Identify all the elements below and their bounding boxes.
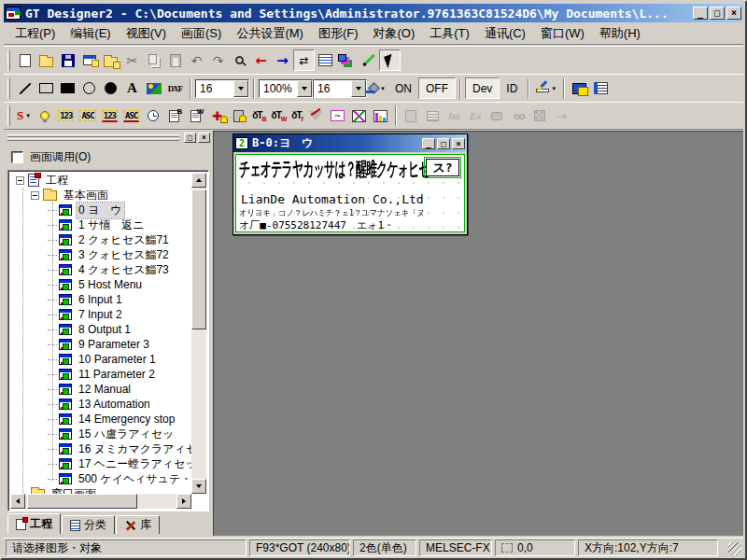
circle-tool-button[interactable] bbox=[78, 77, 100, 99]
alarm-history-button[interactable]: ✚ bbox=[206, 105, 228, 127]
menu-item-window[interactable]: 窗口(W) bbox=[533, 23, 592, 44]
new-screen-button[interactable] bbox=[78, 49, 100, 71]
lamp-off-button[interactable]: OFF bbox=[418, 77, 456, 99]
scroll-up-button[interactable] bbox=[191, 173, 206, 188]
menu-item-communication[interactable]: 通讯(C) bbox=[477, 23, 533, 44]
tree-item[interactable]: 12 Manual bbox=[10, 382, 191, 397]
screen-minimize-button[interactable]: _ bbox=[422, 138, 435, 149]
tree-node-project[interactable]: 工程 bbox=[10, 173, 191, 188]
snap-dropdown-button[interactable] bbox=[351, 80, 366, 97]
screen-call-checkbox[interactable] bbox=[11, 151, 23, 163]
tree-item[interactable]: 13 Automation bbox=[10, 397, 191, 412]
menu-item-view[interactable]: 视图(V) bbox=[119, 23, 174, 44]
tree-item[interactable]: 10 Parameter 1 bbox=[10, 352, 191, 367]
resize-grip[interactable] bbox=[728, 542, 741, 555]
line-color-button[interactable]: ▼ bbox=[533, 77, 559, 99]
menu-item-common-settings[interactable]: 公共设置(M) bbox=[229, 23, 311, 44]
data-view-button[interactable] bbox=[590, 77, 612, 99]
tree-item[interactable]: 4 クォヒセス鯔73 bbox=[10, 262, 191, 277]
open-button[interactable] bbox=[35, 49, 57, 71]
screen-maximize-button[interactable]: □ bbox=[437, 138, 450, 149]
open-screen-button[interactable] bbox=[100, 49, 121, 71]
minimize-button[interactable]: _ bbox=[693, 7, 708, 20]
tree-item[interactable]: 15 ハ盧ラアィセッ bbox=[10, 427, 191, 441]
ascii-display-button[interactable]: ASC bbox=[77, 105, 98, 127]
lamp-on-button[interactable]: ON bbox=[388, 77, 418, 99]
tree-item[interactable]: 8 Output 1 bbox=[10, 322, 191, 337]
menu-item-screen[interactable]: 画面(S) bbox=[174, 23, 229, 44]
font-size-combo[interactable]: 16 bbox=[195, 79, 249, 98]
menu-item-tools[interactable]: 工具(T) bbox=[422, 23, 477, 44]
screen-close-button[interactable]: × bbox=[452, 138, 465, 149]
menu-item-object[interactable]: 对象(O) bbox=[365, 23, 422, 44]
panel-drag-handle[interactable] bbox=[7, 133, 179, 142]
tree-node-window-screens[interactable]: 窗口画面 bbox=[10, 486, 191, 494]
maximize-button[interactable]: □ bbox=[710, 7, 725, 20]
menu-item-help[interactable]: 帮助(H) bbox=[592, 23, 648, 44]
close-button[interactable]: × bbox=[726, 7, 741, 20]
copy-button[interactable] bbox=[143, 49, 164, 71]
text-tool-button[interactable]: A bbox=[121, 77, 143, 99]
rect-tool-button[interactable] bbox=[35, 77, 57, 99]
font-size-dropdown-button[interactable] bbox=[233, 80, 248, 97]
library-list-button[interactable] bbox=[422, 105, 444, 127]
parts-display-button[interactable] bbox=[305, 105, 327, 127]
got-screen-area[interactable]: チェオテラヤカッサは？醒雎クケォヒセ ス? LianDe Automation … bbox=[235, 154, 465, 232]
undo-button[interactable]: ↶ bbox=[186, 49, 207, 71]
touchkey-word-button[interactable]: ŏTW bbox=[269, 105, 289, 127]
prev-screen-button[interactable]: ← bbox=[250, 49, 272, 71]
zoom-combo[interactable]: 100% bbox=[259, 79, 313, 98]
tree-item[interactable]: 5 Host Menu bbox=[10, 277, 191, 292]
scroll-right-button[interactable] bbox=[176, 494, 191, 509]
screen-window-titlebar[interactable]: 2 B-0:ヨ ウ _ □ × bbox=[233, 134, 467, 152]
tree-item[interactable]: 500 ケイヘィサュテ・ bbox=[10, 471, 191, 486]
numeric-display-button[interactable]: 123 bbox=[55, 105, 77, 127]
tree-item[interactable]: 3 クォヒセス鯔72 bbox=[10, 247, 191, 262]
select-button[interactable] bbox=[379, 49, 401, 71]
toolbar-gripper[interactable] bbox=[7, 50, 10, 71]
library-export-button[interactable]: Ex bbox=[465, 105, 486, 127]
collapse-icon[interactable] bbox=[16, 176, 24, 185]
zoom-dropdown-button[interactable] bbox=[297, 80, 312, 97]
vertical-scrollbar[interactable] bbox=[191, 173, 206, 494]
paste-button[interactable] bbox=[164, 49, 186, 71]
tree-item[interactable]: 2 クォヒセス鯔71 bbox=[10, 232, 191, 247]
touch-key-object[interactable]: ス? bbox=[426, 159, 459, 176]
tree-item[interactable]: 6 Input 1 bbox=[10, 292, 191, 307]
menu-item-edit[interactable]: 编辑(E) bbox=[63, 23, 118, 44]
bar-graph-button[interactable] bbox=[370, 105, 391, 127]
tree-item[interactable]: 9 Parameter 3 bbox=[10, 337, 191, 352]
clock-display-button[interactable] bbox=[142, 105, 163, 127]
line-graph-button[interactable] bbox=[348, 105, 370, 127]
window-preview-button[interactable] bbox=[569, 77, 590, 99]
new-button[interactable] bbox=[14, 49, 35, 71]
tree-item[interactable]: 16 ヌミカマクラアィセッ bbox=[10, 441, 191, 456]
parts-move-button[interactable]: ~ bbox=[327, 105, 348, 127]
screen-image-list-button[interactable] bbox=[336, 49, 358, 71]
redo-button[interactable]: ↷ bbox=[207, 49, 229, 71]
filled-circle-tool-button[interactable] bbox=[100, 77, 121, 99]
scroll-left-button[interactable] bbox=[10, 494, 25, 509]
horizontal-scroll-thumb[interactable] bbox=[27, 494, 137, 509]
image-tool-button[interactable] bbox=[143, 77, 164, 99]
library-forward-button[interactable]: → bbox=[551, 105, 572, 127]
tab-category[interactable]: 分类 bbox=[62, 515, 115, 534]
edit-vertex-button[interactable] bbox=[358, 49, 379, 71]
comment-word-button[interactable]: W bbox=[185, 105, 206, 127]
menu-item-figure[interactable]: 图形(F) bbox=[311, 23, 366, 44]
snap-combo[interactable]: 16 bbox=[313, 79, 367, 98]
edit-canvas[interactable]: 2 B-0:ヨ ウ _ □ × チェオテラヤカッサは？醒雎クケォヒセ ス? Li… bbox=[213, 131, 743, 536]
collapse-icon[interactable] bbox=[31, 191, 39, 200]
tree-item[interactable]: 14 Emergency stop bbox=[10, 412, 191, 427]
tab-project[interactable]: 工程 bbox=[7, 513, 61, 534]
lamp-object-button[interactable] bbox=[34, 105, 55, 127]
company-text-object[interactable]: LianDe Automation Co.,Ltd bbox=[241, 192, 424, 206]
tree-item[interactable]: 1 サ憘 返ニ bbox=[10, 217, 191, 232]
numeric-input-button[interactable]: 123 bbox=[99, 105, 120, 127]
panel-float-button[interactable]: □ bbox=[184, 133, 196, 143]
tree-node-base-screens[interactable]: 基本画面 bbox=[10, 188, 191, 203]
next-screen-button[interactable]: → bbox=[272, 49, 293, 71]
switch-dropdown-button[interactable]: S▼ bbox=[14, 105, 34, 127]
small-text-object-2[interactable]: オ厂■-075528127447 エォ1・ bbox=[239, 218, 394, 232]
library-template-button[interactable] bbox=[401, 105, 422, 127]
